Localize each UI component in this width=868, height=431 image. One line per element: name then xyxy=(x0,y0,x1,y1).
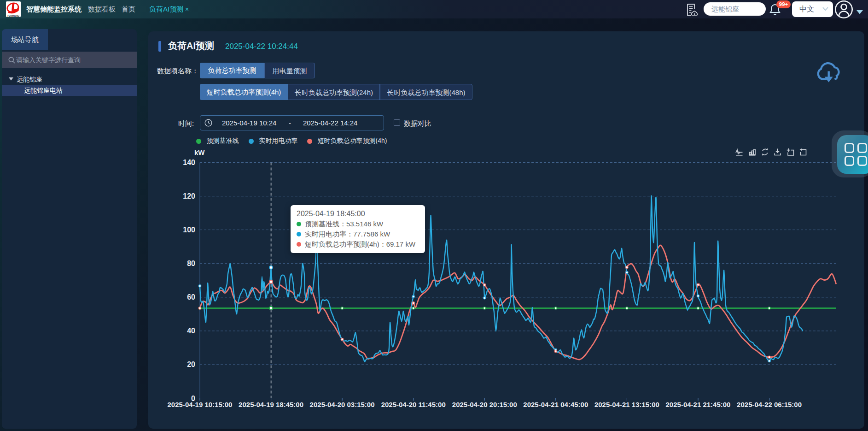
svg-text:2025-04-21 13:15:00: 2025-04-21 13:15:00 xyxy=(594,401,659,408)
svg-text:20: 20 xyxy=(187,360,195,368)
svg-text:2025-04-19 10:15:00: 2025-04-19 10:15:00 xyxy=(168,401,233,408)
svg-text:80: 80 xyxy=(187,260,195,267)
svg-text:2025-04-22 06:15:00: 2025-04-22 06:15:00 xyxy=(737,401,802,408)
svg-text:60: 60 xyxy=(187,293,195,301)
svg-text:140: 140 xyxy=(183,159,195,166)
svg-text:2025-04-20 20:15:00: 2025-04-20 20:15:00 xyxy=(452,401,517,408)
svg-text:2025-04-19 18:45:00: 2025-04-19 18:45:00 xyxy=(239,401,303,408)
svg-text:2025-04-21 04:45:00: 2025-04-21 04:45:00 xyxy=(523,401,588,408)
svg-text:2025-04-20 03:15:00: 2025-04-20 03:15:00 xyxy=(310,401,375,408)
svg-text:100: 100 xyxy=(183,226,195,234)
svg-text:40: 40 xyxy=(187,327,195,335)
svg-text:2025-04-20 11:45:00: 2025-04-20 11:45:00 xyxy=(381,401,446,408)
svg-text:kW: kW xyxy=(194,148,205,156)
svg-text:2025-04-21 21:45:00: 2025-04-21 21:45:00 xyxy=(666,401,731,408)
svg-text:120: 120 xyxy=(183,192,195,200)
